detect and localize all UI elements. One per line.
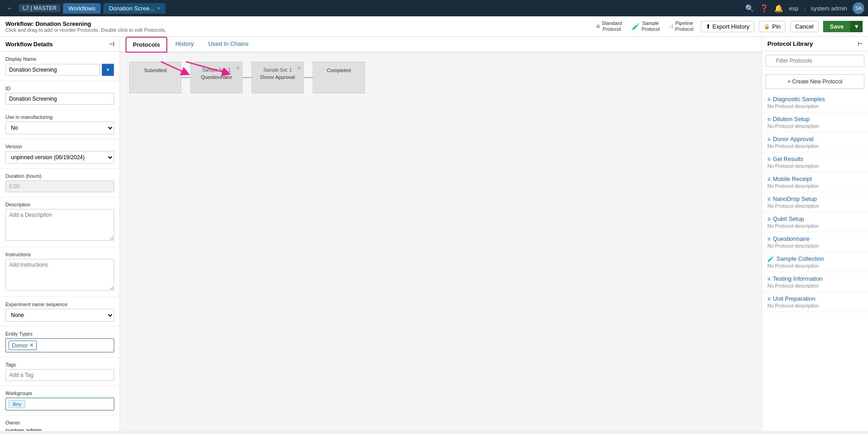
search-icon[interactable]: 🔍 [745,4,754,13]
duration-label: Duration (hours) [5,173,114,179]
protocol-name: NanoDrop Setup [773,195,817,202]
create-new-protocol-button[interactable]: + Create New Protocol [766,74,864,89]
display-name-input[interactable] [5,64,100,76]
tab-history[interactable]: History [169,37,200,53]
export-icon: ⬆ [706,23,711,30]
protocol-card-questionnaire[interactable]: ≡ Sample Set: 1 Questionnaire [190,62,242,93]
workflow-title: Workflow: Donation Screening [5,20,166,27]
tab-used-in-chains[interactable]: Used In Chains [202,37,255,53]
exp-name-seq-select[interactable]: None [5,309,114,322]
protocol-icon: ≡ [767,136,771,142]
sample-protocol-icon: 🧪 [632,23,640,30]
filter-wrapper-inner: ▼ [766,55,864,67]
sample-protocol-btn[interactable]: 🧪 SampleProtocol [629,19,662,34]
workgroups-input-area[interactable]: Any [5,398,114,410]
protocol-list-item[interactable]: ≡ Dilution Setup No Protocol description [762,112,868,132]
use-in-mfg-select[interactable]: No Yes [5,122,114,134]
protocol-list-item[interactable]: ≡ Mobile Receipt No Protocol description [762,172,868,192]
lang-label: esp [789,5,798,12]
protocol-list-item[interactable]: ≡ Donor Approval No Protocol description [762,132,868,152]
sub-header-left: Workflow: Donation Screening Click and d… [5,20,166,33]
protocol-list-item[interactable]: ≡ Gel Results No Protocol description [762,152,868,172]
protocol-item-name: ≡ NanoDrop Setup [767,195,863,202]
protocol-list-item[interactable]: ≡ Questionnaire No Protocol description [762,232,868,252]
protocol-icon: ≡ [767,236,771,242]
protocol-name: Donor Approval [773,136,814,142]
avatar[interactable]: SA [853,2,864,14]
description-label: Description [5,202,114,207]
donation-screen-tab[interactable]: Donation Scree... × [103,3,165,14]
protocol-item-name: ≡ Testing Information [767,275,863,282]
instructions-textarea[interactable] [5,259,114,291]
protocol-icon: ≡ [767,216,771,222]
sample-set-questionnaire: Sample Set: 1 [202,68,231,73]
workgroups-label: Workgroups [5,390,114,396]
protocol-list-item[interactable]: ≡ Testing Information No Protocol descri… [762,272,868,292]
protocol-list-item[interactable]: ≡ NanoDrop Setup No Protocol description [762,192,868,212]
filter-protocols-input[interactable] [766,55,864,67]
protocol-card-completed[interactable]: Completed [313,62,365,93]
protocol-item-name: ≡ Questionnaire [767,235,863,242]
standard-protocol-label: StandardProtocol [601,20,622,32]
protocol-icon: 🧪 [767,256,774,262]
color-swatch[interactable]: ▼ [102,63,114,76]
back-button[interactable]: ← [4,3,16,13]
drag-icon-questionnaire: ≡ [236,65,239,71]
close-tab-icon[interactable]: × [157,6,160,11]
pin-button[interactable]: 🔒 Pin [759,21,786,32]
display-name-section: Display Name ▼ [0,52,120,81]
tags-input[interactable] [5,369,114,381]
entity-types-section: Entity Types Donor ✕ [0,327,120,357]
duration-input [5,180,114,192]
main-content: Workflow Details ⊣ Display Name ▼ ID Use… [0,37,868,431]
collapse-left-panel-button[interactable]: ⊣ [109,40,114,48]
display-name-row: ▼ [5,63,114,76]
protocol-item-name: ≡ Mobile Receipt [767,176,863,182]
protocol-item-desc: No Protocol description [767,183,863,189]
id-input[interactable] [5,93,114,105]
left-panel-title: Workflow Details [5,41,53,48]
left-panel-header: Workflow Details ⊣ [0,37,120,52]
pipeline-protocol-btn[interactable]: ⑁ PipelineProtocol [667,19,696,34]
protocol-card-donor-approval[interactable]: ≡ Sample Set: 1 Donor Approval [252,62,304,93]
help-icon[interactable]: ❓ [760,4,769,13]
protocol-icon: ≡ [767,176,771,182]
protocol-item-name: ≡ Diagnostic Samples [767,96,863,102]
user-label: system admin [811,5,847,12]
protocol-icon: ≡ [767,296,771,302]
protocol-icon: ≡ [767,116,771,122]
protocol-item-desc: No Protocol description [767,163,863,169]
app-tag: L7 | MASTER [19,4,60,12]
bell-icon[interactable]: 🔔 [774,4,783,13]
protocol-name: Mobile Receipt [773,176,812,182]
protocol-name: Testing Information [773,275,823,282]
remove-entity-tag[interactable]: ✕ [29,342,34,348]
protocol-list-item[interactable]: 🧪 Sample Collection No Protocol descript… [762,252,868,272]
duration-section: Duration (hours) [0,169,120,197]
display-name-label: Display Name [5,56,114,62]
protocol-name: Gel Results [773,156,803,162]
protocol-list-item[interactable]: ≡ Unit Preparation No Protocol descripti… [762,292,868,312]
standard-protocol-btn[interactable]: ≡ StandardProtocol [593,19,625,34]
protocol-item-desc: No Protocol description [767,283,863,288]
protocol-item-desc: No Protocol description [767,263,863,268]
owner-section: Owner system admin [0,415,120,431]
protocol-card-submitted[interactable]: Submitted [129,62,181,93]
protocol-icon: ≡ [767,96,771,102]
top-nav-right: 🔍 ❓ 🔔 esp | system admin SA [745,2,864,14]
cancel-button[interactable]: Cancel [790,21,818,32]
pipeline-protocol-icon: ⑁ [669,23,673,30]
lock-icon: 🔒 [764,24,770,29]
protocol-name: Diagnostic Samples [773,96,825,102]
tab-protocols[interactable]: Protocols [126,37,167,53]
protocol-list-item[interactable]: ≡ Qubit Setup No Protocol description [762,212,868,232]
export-history-button[interactable]: ⬆ Export History [701,21,755,32]
entity-types-input-area[interactable]: Donor ✕ [5,338,114,352]
workflows-tab[interactable]: Workflows [63,3,101,14]
version-select[interactable]: unpinned version (06/19/2024) [5,151,114,164]
description-textarea[interactable] [5,209,114,241]
protocol-list-item[interactable]: ≡ Diagnostic Samples No Protocol descrip… [762,93,868,112]
save-dropdown-button[interactable]: ▼ [850,21,863,32]
collapse-right-panel-button[interactable]: ⊢ [858,40,863,47]
save-button[interactable]: Save [823,21,850,32]
